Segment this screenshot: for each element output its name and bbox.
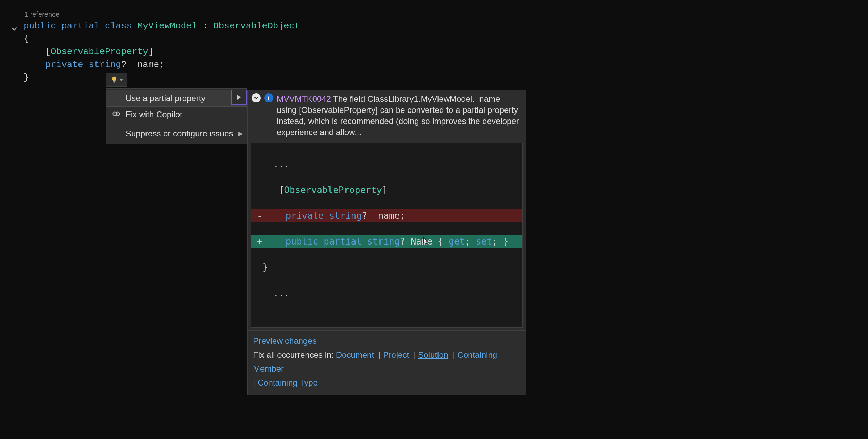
- fix-document-link[interactable]: Document: [336, 350, 374, 359]
- code-editor[interactable]: 1 reference public partial class MyViewM…: [10, 10, 300, 84]
- diagnostic-text: MVVMTK0042 The field ClassLibrary1.MyVie…: [277, 93, 522, 138]
- code-fix-preview-panel: i MVVMTK0042 The field ClassLibrary1.MyV…: [247, 90, 526, 395]
- svg-rect-0: [113, 81, 115, 82]
- svg-rect-1: [114, 82, 115, 83]
- action-label: Use a partial property: [126, 93, 205, 103]
- quick-actions-menu: Use a partial property Fix with Copilot …: [106, 88, 247, 144]
- action-use-partial-property[interactable]: Use a partial property: [106, 90, 247, 107]
- blank-icon: [111, 93, 122, 103]
- fold-chevron-icon[interactable]: [10, 24, 18, 32]
- diff-context: ...: [251, 158, 522, 171]
- triangle-right-icon: [237, 95, 241, 100]
- fold-guide: [14, 33, 14, 89]
- action-label: Suppress or configure issues: [126, 129, 233, 139]
- diff-context: }: [251, 261, 522, 274]
- fix-solution-link[interactable]: Solution: [418, 350, 448, 359]
- fix-all-label: Fix all occurrences in:: [253, 350, 334, 359]
- diagnostic-code: MVVMTK0042: [277, 94, 331, 103]
- action-fix-with-copilot[interactable]: Fix with Copilot: [106, 107, 247, 123]
- code-line-1[interactable]: public partial class MyViewModel : Obser…: [24, 20, 300, 33]
- copilot-icon: [111, 109, 122, 120]
- fix-containing-type-link[interactable]: Containing Type: [258, 378, 318, 387]
- chevron-right-icon: ▶: [238, 130, 243, 138]
- diff-context: [ObservableProperty]: [251, 184, 522, 197]
- svg-point-4: [114, 113, 115, 114]
- code-line-2[interactable]: {: [24, 33, 300, 45]
- code-line-4[interactable]: private string? _name;: [24, 58, 300, 71]
- menu-divider: [110, 124, 243, 124]
- code-line-5[interactable]: }: [24, 71, 300, 84]
- diff-context: ...: [251, 287, 522, 299]
- codelens-reference[interactable]: 1 reference: [24, 10, 300, 18]
- diff-preview: ... [ObservableProperty] - private strin…: [251, 143, 523, 328]
- svg-point-5: [117, 113, 118, 114]
- info-icon: i: [264, 93, 273, 102]
- expand-preview-button[interactable]: [231, 90, 247, 105]
- chevron-down-circle-icon[interactable]: [252, 93, 261, 102]
- blank-icon: [111, 129, 122, 139]
- fix-project-link[interactable]: Project: [383, 350, 409, 359]
- preview-changes-link[interactable]: Preview changes: [253, 336, 317, 346]
- diff-removed-line: - private string? _name;: [251, 209, 522, 222]
- action-label: Fix with Copilot: [126, 110, 182, 119]
- action-suppress-configure[interactable]: Suppress or configure issues ▶: [106, 126, 247, 142]
- diff-added-line: + public partial string? Name { get; set…: [251, 235, 522, 248]
- code-line-3[interactable]: [ObservableProperty]: [24, 45, 300, 58]
- diagnostic-header: i MVVMTK0042 The field ClassLibrary1.MyV…: [248, 90, 526, 140]
- cursor-pointer-icon: [422, 237, 428, 245]
- caret-down-icon: [119, 79, 123, 81]
- preview-footer: Preview changes Fix all occurrences in: …: [248, 330, 526, 395]
- lightbulb-icon: [110, 76, 118, 84]
- lightbulb-button[interactable]: [106, 73, 127, 87]
- indent-guide: [36, 45, 36, 76]
